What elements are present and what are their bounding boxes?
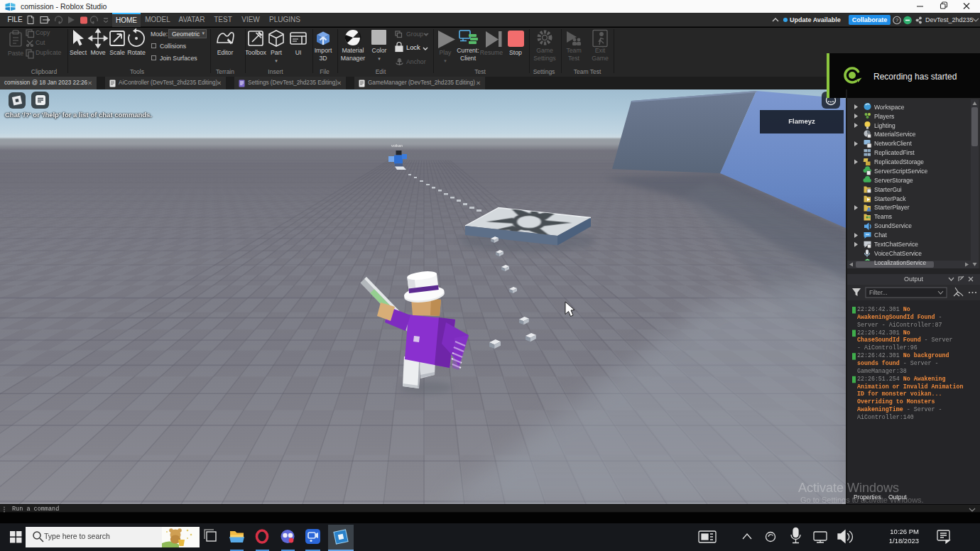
- svg-text:voikan: voikan: [391, 143, 403, 148]
- svg-text:?: ?: [895, 17, 898, 23]
